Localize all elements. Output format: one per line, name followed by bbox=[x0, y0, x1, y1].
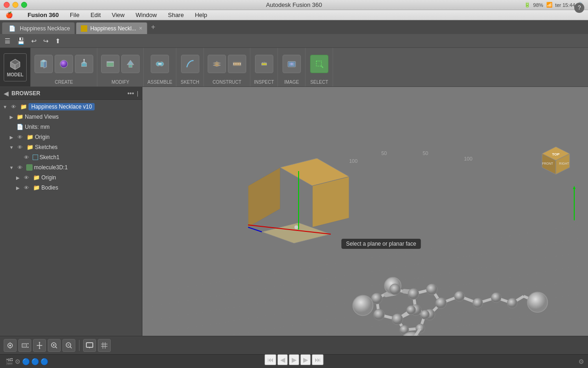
assemble-label: ASSEMBLE bbox=[147, 78, 172, 85]
create-sphere-tool[interactable] bbox=[55, 55, 73, 73]
fit-view-button[interactable] bbox=[18, 339, 31, 352]
inspect-measure-tool[interactable] bbox=[255, 55, 273, 73]
svg-marker-9 bbox=[82, 61, 87, 63]
tree-item-units[interactable]: ▶ 📄 Units: mm bbox=[0, 122, 142, 132]
tree-item-sketches[interactable]: ▼ 👁 📁 Sketches bbox=[0, 142, 142, 152]
share-button[interactable]: ⬆ bbox=[53, 36, 62, 46]
construct-midplane-tool[interactable] bbox=[228, 55, 246, 73]
snap-icon bbox=[6, 342, 14, 349]
joint-tool-icon bbox=[155, 59, 165, 69]
eye-icon-sketch1[interactable]: 👁 bbox=[23, 154, 30, 161]
tree-item-molecule3d[interactable]: ▼ 👁 molecule3D:1 bbox=[0, 162, 142, 172]
tree-item-origin-sub[interactable]: ▶ 👁 📁 Origin bbox=[0, 172, 142, 183]
offset-plane-icon bbox=[212, 59, 222, 69]
save-button[interactable]: 💾 bbox=[15, 36, 27, 46]
sketch-line-tool[interactable] bbox=[181, 55, 199, 73]
modify-press-pull-tool[interactable] bbox=[121, 55, 140, 73]
menu-bar: 🍎 Fusion 360 File Edit View Window Share… bbox=[0, 10, 588, 20]
anim-icon-3[interactable]: 🔵 bbox=[22, 358, 30, 365]
next-frame-button[interactable]: ▶ bbox=[300, 354, 311, 365]
play-button[interactable]: ▶ bbox=[289, 354, 300, 365]
create-extrude-tool[interactable] bbox=[75, 55, 93, 73]
tree-item-origin[interactable]: ▶ 👁 📁 Origin bbox=[0, 132, 142, 142]
folder-icon-root: 📁 bbox=[20, 103, 27, 110]
ribbon-section-assemble: ASSEMBLE bbox=[144, 48, 176, 86]
create-box-tool[interactable] bbox=[34, 55, 53, 73]
model-mode-button[interactable]: MODEL bbox=[0, 48, 31, 86]
construct-offset-plane-tool[interactable] bbox=[208, 55, 226, 73]
tree-toggle-molecule3d[interactable]: ▼ bbox=[8, 165, 15, 170]
menu-edit[interactable]: Edit bbox=[89, 12, 102, 18]
sketch-line-icon bbox=[185, 59, 195, 69]
tree-toggle-origin-sub[interactable]: ▶ bbox=[15, 175, 21, 180]
settings-gear-button[interactable]: ⚙ bbox=[578, 358, 584, 365]
display-settings-button[interactable] bbox=[83, 339, 96, 352]
coord-100-right: 100 bbox=[464, 156, 472, 161]
anim-icon-5[interactable]: 🔵 bbox=[40, 358, 48, 365]
folder-icon-named-views: 📁 bbox=[16, 113, 23, 121]
pan-button[interactable] bbox=[33, 339, 46, 352]
clock: ter 15:44 bbox=[555, 2, 575, 8]
eye-icon-bodies[interactable]: 👁 bbox=[23, 184, 30, 191]
menu-share[interactable]: Share bbox=[166, 12, 186, 18]
tree-toggle-origin[interactable]: ▶ bbox=[8, 135, 15, 140]
wifi-icon: 📶 bbox=[546, 2, 553, 8]
maximize-button[interactable] bbox=[21, 2, 27, 8]
minimize-button[interactable] bbox=[12, 2, 18, 8]
snap-tool-button[interactable] bbox=[4, 339, 17, 352]
anim-icon-1[interactable]: 🎬 bbox=[6, 358, 13, 365]
zoom-out-button[interactable] bbox=[62, 339, 75, 352]
eye-icon-origin-sub[interactable]: 👁 bbox=[23, 174, 30, 181]
tree-toggle-sketches[interactable]: ▼ bbox=[8, 145, 15, 150]
help-button[interactable]: ? bbox=[574, 3, 584, 13]
menu-window[interactable]: Window bbox=[134, 12, 158, 18]
folder-icon-sketches: 📁 bbox=[26, 144, 34, 151]
anim-icon-2[interactable]: ⚙ bbox=[15, 358, 21, 365]
eye-icon-origin[interactable]: 👁 bbox=[16, 133, 23, 141]
eye-icon-molecule3d[interactable]: 👁 bbox=[16, 164, 23, 171]
eye-icon-sketches[interactable]: 👁 bbox=[16, 144, 23, 151]
tab-1[interactable]: Happiness Neckl... ✕ bbox=[76, 22, 147, 34]
tree-toggle-bodies[interactable]: ▶ bbox=[15, 185, 21, 190]
tree-item-named-views[interactable]: ▶ 📁 Named Views bbox=[0, 112, 142, 122]
tree-item-bodies[interactable]: ▶ 👁 📁 Bodies bbox=[0, 183, 142, 193]
svg-rect-105 bbox=[22, 344, 27, 347]
tree-toggle-named-views[interactable]: ▶ bbox=[8, 115, 15, 120]
menu-app[interactable]: Fusion 360 bbox=[26, 12, 61, 18]
undo-button[interactable]: ↩ bbox=[29, 36, 39, 46]
tree-label-molecule3d: molecule3D:1 bbox=[34, 164, 68, 171]
inspect-label: INSPECT bbox=[254, 78, 274, 85]
modify-fillet-tool[interactable] bbox=[101, 55, 119, 73]
tree-item-sketch1[interactable]: ▶ 👁 Sketch1 bbox=[0, 152, 142, 162]
menu-toggle-button[interactable]: ☰ bbox=[3, 36, 12, 46]
viewcube[interactable]: TOP FRONT RIGHT bbox=[533, 133, 579, 184]
new-tab-button[interactable]: + bbox=[148, 23, 158, 32]
select-box-tool[interactable] bbox=[310, 55, 328, 73]
menu-file[interactable]: File bbox=[68, 12, 81, 18]
eye-icon-root[interactable]: 👁 bbox=[10, 103, 17, 110]
svg-point-97 bbox=[353, 295, 373, 316]
assemble-joint-tool[interactable] bbox=[151, 55, 169, 73]
redo-button[interactable]: ↪ bbox=[41, 36, 51, 46]
viewport[interactable]: 150 100 50 50 100 TOP FRONT RIGHT bbox=[142, 87, 588, 336]
image-render-tool[interactable] bbox=[283, 55, 301, 73]
prev-frame-button[interactable]: ◀ bbox=[277, 354, 288, 365]
ribbon-section-modify: MODIFY bbox=[97, 48, 144, 86]
tab-close-1[interactable]: ✕ bbox=[139, 26, 142, 31]
browser-options-button[interactable]: ••• bbox=[127, 90, 134, 97]
browser-collapse-button[interactable]: ◀ bbox=[4, 90, 9, 97]
tree-toggle-root[interactable]: ▼ bbox=[2, 104, 8, 109]
anim-icon-4[interactable]: 🔵 bbox=[31, 358, 39, 365]
skip-back-button[interactable]: ⏮ bbox=[265, 354, 277, 365]
tab-0[interactable]: 📄 Happiness Necklace bbox=[2, 22, 75, 34]
zoom-in-button[interactable] bbox=[48, 339, 61, 352]
tree-item-root[interactable]: ▼ 👁 📁 Happiness Necklace v10 bbox=[0, 102, 142, 112]
menu-view[interactable]: View bbox=[110, 12, 126, 18]
svg-rect-8 bbox=[82, 63, 87, 66]
sketch-tools bbox=[181, 50, 199, 78]
menu-help[interactable]: Help bbox=[193, 12, 209, 18]
create-tools bbox=[34, 50, 93, 78]
close-button[interactable] bbox=[4, 2, 10, 8]
grid-settings-button[interactable] bbox=[98, 339, 111, 352]
skip-forward-button[interactable]: ⏭ bbox=[312, 354, 324, 365]
